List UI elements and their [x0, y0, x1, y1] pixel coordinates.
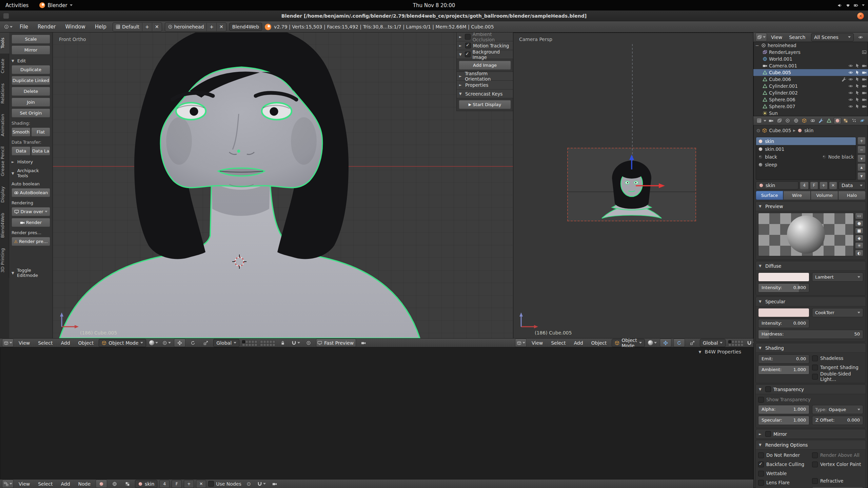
editor-type-button[interactable] [2, 480, 14, 488]
use-nodes-checkbox[interactable] [208, 481, 214, 487]
pivot-point-dropdown[interactable] [161, 339, 172, 347]
set-origin-button[interactable]: Set Origin [12, 108, 50, 118]
background-image-checkbox[interactable] [465, 52, 471, 57]
filter-icon[interactable] [855, 33, 866, 41]
preview-monkey-button[interactable]: ◆ [855, 235, 863, 241]
preview-flat-button[interactable]: ▭ [855, 213, 863, 219]
outliner-item-world[interactable]: World.001 [753, 56, 868, 62]
scene-selector[interactable]: heroinehead + ✕ [165, 22, 226, 32]
alpha-slider[interactable]: Alpha:1.000 [758, 405, 809, 414]
slot-move-down-button[interactable]: ▼ [857, 172, 866, 180]
eye-icon[interactable] [848, 63, 853, 68]
tab-data[interactable] [826, 117, 833, 124]
diffuse-color-swatch[interactable] [758, 272, 809, 282]
shelf-tab-relations[interactable]: Relations [0, 78, 9, 109]
menu-window[interactable]: Window [62, 21, 89, 33]
node-editor[interactable]: ▼ B4W Properties View Select Add Node sk… [0, 347, 753, 488]
start-display-button[interactable]: ▶ Start Display [459, 100, 511, 109]
outliner-item-sphere006[interactable]: Sphere.006 [753, 96, 868, 103]
menu-view[interactable]: View [16, 339, 33, 347]
translate-manipulator-icon[interactable] [174, 339, 185, 347]
viewport-shading-dropdown[interactable] [148, 339, 159, 347]
mode-dropdown[interactable]: Object Mode [99, 339, 146, 347]
lock-icon[interactable] [277, 339, 288, 347]
shadeless-checkbox[interactable] [812, 355, 818, 361]
rendering-options-header[interactable]: ▼ Rendering Options [756, 440, 866, 449]
render-icon[interactable] [862, 77, 867, 82]
material-users-button[interactable]: 4 [159, 480, 170, 488]
menu-select[interactable]: Select [35, 339, 56, 347]
toggle-editmode-panel-header[interactable]: ▼Toggle Editmode [12, 268, 51, 278]
tab-render[interactable] [767, 117, 774, 124]
unlink-material-button[interactable]: ✕ [829, 182, 837, 189]
render-icon[interactable] [862, 63, 867, 68]
menu-object[interactable]: Object [588, 339, 610, 347]
select-icon[interactable] [855, 90, 860, 95]
flat-button[interactable]: Flat [31, 127, 50, 137]
ambient-slider[interactable]: Ambient:1.000 [758, 365, 809, 374]
window-title-bar[interactable]: Blender [/home/benjamin/.config/blender/… [0, 11, 868, 22]
menu-select[interactable]: Select [548, 339, 569, 347]
fake-user-button[interactable]: F [810, 182, 818, 189]
slot-specials-button[interactable]: ▾ [857, 155, 866, 162]
b4w-properties-region[interactable]: ▼ B4W Properties [698, 349, 741, 354]
z-offset-field[interactable]: Z Offset:0.000 [812, 416, 863, 425]
transform-orientation-panel[interactable]: ► Transform Orientation [457, 72, 513, 81]
eye-icon[interactable] [848, 97, 853, 102]
render-above-all-checkbox[interactable] [812, 452, 818, 458]
refractive-checkbox[interactable] [812, 478, 818, 484]
snap-magnet-icon[interactable] [290, 339, 301, 347]
menu-select[interactable]: Select [35, 480, 56, 488]
preview-cube-button[interactable]: ■ [855, 228, 863, 234]
fake-user-button[interactable]: F [172, 480, 182, 488]
use-nodes-row[interactable]: Use Nodes [208, 480, 241, 488]
display-mode-dropdown[interactable]: All Scenes [811, 33, 854, 41]
menu-help[interactable]: Help [92, 21, 110, 33]
refraction-bump-field[interactable]: Refraction Bum.0.00 [812, 486, 863, 488]
texture-nodes-toggle[interactable] [122, 480, 133, 488]
volume-button[interactable]: Volume [811, 191, 838, 200]
camera-viewport[interactable]: Camera Persp (186) Cube.005 [513, 33, 753, 338]
tab-material[interactable] [834, 117, 841, 124]
wettable-row[interactable]: Wettable [758, 470, 809, 477]
shadeless-checkbox-row[interactable]: Shadeless [812, 354, 863, 362]
shelf-tab-animation[interactable]: Animation [0, 109, 9, 141]
double-sided-checkbox[interactable] [812, 374, 818, 380]
preview-sky-button[interactable]: ◐ [855, 250, 863, 256]
pin-icon[interactable]: ⊙ [756, 128, 760, 133]
screen-layout-selector[interactable]: Default + ✕ [113, 22, 162, 32]
tab-constraints[interactable] [809, 117, 816, 124]
tab-texture[interactable] [842, 117, 849, 124]
add-image-button[interactable]: Add Image [459, 61, 511, 70]
preview-panel-header[interactable]: ▼ Preview [756, 202, 866, 211]
eye-icon[interactable] [848, 70, 853, 75]
material-name-field[interactable]: skin [756, 181, 798, 189]
material-slot-black[interactable]: black Node black [756, 153, 856, 161]
wettable-checkbox[interactable] [758, 471, 764, 476]
mode-dropdown[interactable]: Object Mode [612, 339, 645, 347]
render-button[interactable]: Render [12, 218, 50, 227]
tab-scene[interactable] [784, 117, 791, 124]
draw-over-dropdown[interactable]: Draw over [12, 207, 50, 216]
motion-tracking-checkbox[interactable] [465, 43, 471, 48]
shelf-tab-blend4web[interactable]: Blend4Web [0, 208, 9, 243]
tab-object[interactable] [801, 117, 808, 124]
data-layout-button[interactable]: Data La [31, 146, 50, 156]
slot-remove-button[interactable]: − [857, 146, 866, 154]
material-link-dropdown[interactable]: Data [839, 181, 866, 189]
layout-add-button[interactable]: + [142, 23, 152, 31]
system-tray[interactable] [837, 0, 865, 11]
mirror-button[interactable]: Mirror [12, 45, 50, 55]
backface-culling-row[interactable]: Backface Culling [758, 461, 809, 468]
ambient-occlusion-panel[interactable]: ► Ambient Occlusion [457, 33, 513, 41]
preview-hair-button[interactable]: ✳ [855, 242, 863, 249]
shelf-tab-display[interactable]: Display [0, 181, 9, 208]
mirror-checkbox[interactable] [765, 431, 771, 437]
diffuse-intensity-slider[interactable]: Intensity:0.800 [758, 283, 809, 292]
layers-widget[interactable] [241, 340, 257, 346]
menu-view[interactable]: View [768, 33, 785, 42]
duplicate-button[interactable]: Duplicate [12, 65, 50, 74]
render-icon[interactable] [862, 104, 867, 109]
select-icon[interactable] [855, 97, 860, 102]
menu-add[interactable]: Add [58, 480, 73, 488]
